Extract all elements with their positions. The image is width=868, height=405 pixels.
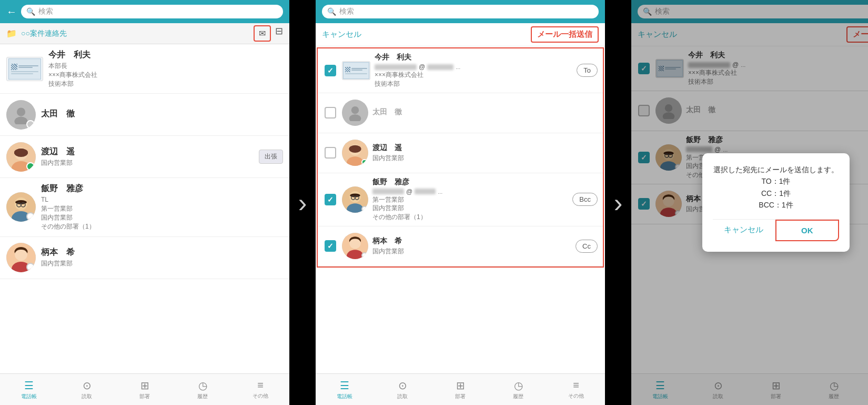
contact-item[interactable]: 柄本 希 国内営業部 Cc <box>318 226 603 266</box>
back-button[interactable]: ← <box>6 6 17 18</box>
contact-name: 渡辺 遥 <box>372 143 598 153</box>
search-bar[interactable]: 🔍 検索 <box>322 5 599 18</box>
dept-label: 部署 <box>455 393 466 400</box>
contact-name: 飯野 雅彦 <box>372 177 568 187</box>
contact-item[interactable]: 太田 徹 <box>318 93 603 133</box>
checkbox[interactable] <box>323 63 338 78</box>
nav-contacts[interactable]: ☰ 電話帳 <box>0 379 58 400</box>
contact-name: 今井 利夫 <box>375 53 572 62</box>
panel-3: 🔍 検索 キャンセル メール一括送信 <box>631 0 868 405</box>
avatar <box>342 186 368 213</box>
contact-company: 第一営業部 <box>41 204 283 213</box>
bulk-mail-button[interactable]: メール一括送信 <box>531 26 599 43</box>
svg-point-0 <box>17 107 25 116</box>
nav-dept[interactable]: ⊞ 部署 <box>431 379 489 400</box>
nav-other[interactable]: ≡ その他 <box>231 379 289 400</box>
nav-history[interactable]: ◷ 履歴 <box>174 379 231 400</box>
selectable-contact-list: 今井 利夫 @ ... ×××商事株式会社 技術本部 To <box>316 46 605 373</box>
contact-info: 今井 利夫 本部長 ×××商事株式会社 技術本部 <box>48 50 283 88</box>
history-icon: ◷ <box>198 379 207 392</box>
avatar <box>342 233 368 259</box>
checkbox-checked <box>325 194 336 205</box>
contact-name: 太田 徹 <box>372 107 598 117</box>
search-placeholder: 検索 <box>38 7 53 16</box>
contacts-label: 電話帳 <box>21 393 37 400</box>
cc-button[interactable]: Cc <box>576 240 598 253</box>
contact-item[interactable]: 太田 徹 <box>0 94 289 136</box>
mail-icon: ✉ <box>259 28 266 38</box>
avatar <box>6 100 36 130</box>
nav-other[interactable]: ≡ その他 <box>547 379 605 400</box>
contact-info: 柄本 希 国内営業部 <box>41 247 283 268</box>
checkbox[interactable] <box>323 239 338 253</box>
avatar <box>6 192 36 222</box>
nav-dept[interactable]: ⊞ 部署 <box>116 379 174 400</box>
contact-dept: 技術本部 <box>375 80 572 88</box>
dialog-cancel-button[interactable]: キャンセル <box>713 220 775 241</box>
checkbox[interactable] <box>323 145 338 160</box>
contact-item[interactable]: 飯野 雅彦 TL 第一営業部 国内営業部 その他の部署（1） <box>0 178 289 236</box>
history-label: 履歴 <box>197 393 208 400</box>
confirmation-dialog: 選択した宛先にメールを送信します。TO：1件CC：1件BCC：1件 キャンセル … <box>702 153 850 252</box>
contacts-icon: ☰ <box>24 379 34 392</box>
mail-bulk-button[interactable]: ✉ <box>254 25 271 42</box>
arrow-2: › <box>605 0 631 405</box>
dialog-ok-button[interactable]: OK <box>775 220 840 241</box>
contact-company: ×××商事株式会社 <box>375 71 572 80</box>
contacts-icon: ☰ <box>340 379 349 392</box>
scan-icon: ⊙ <box>83 379 92 392</box>
bottom-nav: ☰ 電話帳 ⊙ 読取 ⊞ 部署 ◷ 履歴 ≡ その他 <box>316 373 605 405</box>
panel1-sub-header: 📁 ○○案件連絡先 ✉ ⊟ <box>0 23 289 44</box>
search-bar[interactable]: 🔍 検索 <box>21 5 283 18</box>
svg-point-1 <box>14 116 27 124</box>
email-blur <box>375 64 417 70</box>
cancel-button[interactable]: キャンセル <box>322 29 361 39</box>
other-label: その他 <box>568 392 584 400</box>
right-arrow-icon: › <box>298 187 307 218</box>
nav-history[interactable]: ◷ 履歴 <box>489 379 547 400</box>
dialog-message: 選択した宛先にメールを送信します。TO：1件CC：1件BCC：1件 <box>713 164 839 211</box>
scan-label: 読取 <box>397 393 408 400</box>
panel1-header: ← 🔍 検索 <box>0 0 289 23</box>
scan-label: 読取 <box>82 393 92 400</box>
dialog-overlay: 選択した宛先にメールを送信します。TO：1件CC：1件BCC：1件 キャンセル … <box>631 0 868 405</box>
contact-item[interactable]: 今井 利夫 本部長 ×××商事株式会社 技術本部 <box>0 44 289 94</box>
panel2-action-header: キャンセル メール一括送信 <box>316 23 605 46</box>
nav-contacts[interactable]: ☰ 電話帳 <box>316 379 374 400</box>
history-label: 履歴 <box>513 393 523 400</box>
contact-dept2: その他の部署（1） <box>41 222 283 231</box>
contact-info: 飯野 雅彦 TL 第一営業部 国内営業部 その他の部署（1） <box>41 183 283 231</box>
history-icon: ◷ <box>514 379 523 392</box>
bcc-button[interactable]: Bcc <box>572 193 598 206</box>
email-blur2 <box>415 189 436 194</box>
checkbox[interactable] <box>323 105 338 120</box>
business-card-thumbnail <box>342 61 370 80</box>
contact-dept: 国内営業部 <box>41 213 283 222</box>
contact-item[interactable]: 飯野 雅彦 @ ... 第一営業部 国内営業部 その他の部署（1） Bcc <box>318 173 603 226</box>
other-label: その他 <box>253 392 268 400</box>
contact-item[interactable]: 渡辺 遥 国内営業部 <box>318 133 603 173</box>
contact-title: 本部長 <box>48 62 283 71</box>
status-indicator <box>26 120 35 129</box>
contact-dept: 国内営業部 <box>41 259 283 268</box>
contacts-label: 電話帳 <box>337 393 352 400</box>
contact-item[interactable]: 今井 利夫 @ ... ×××商事株式会社 技術本部 To <box>318 48 603 93</box>
checkbox-unchecked <box>325 107 336 118</box>
svg-point-17 <box>349 114 361 121</box>
nav-scan[interactable]: ⊙ 読取 <box>58 379 116 400</box>
contact-dept: 国内営業部 <box>372 204 568 213</box>
nav-scan[interactable]: ⊙ 読取 <box>374 379 431 400</box>
search-icon: 🔍 <box>26 7 35 16</box>
checkbox-checked <box>325 65 336 76</box>
to-button[interactable]: To <box>577 64 598 77</box>
contact-info: 今井 利夫 @ ... ×××商事株式会社 技術本部 <box>375 53 572 88</box>
filter-icon[interactable]: ⊟ <box>275 25 283 42</box>
status-indicator <box>26 212 35 221</box>
email-row: @ ... <box>375 63 572 71</box>
header-actions: ✉ ⊟ <box>254 25 283 42</box>
checkbox[interactable] <box>323 192 338 207</box>
contact-item[interactable]: 渡辺 遥 国内営業部 出張 <box>0 136 289 178</box>
checkbox-unchecked <box>325 147 336 159</box>
contact-item[interactable]: 柄本 希 国内営業部 <box>0 237 289 279</box>
breadcrumb-title: ○○案件連絡先 <box>21 29 249 38</box>
